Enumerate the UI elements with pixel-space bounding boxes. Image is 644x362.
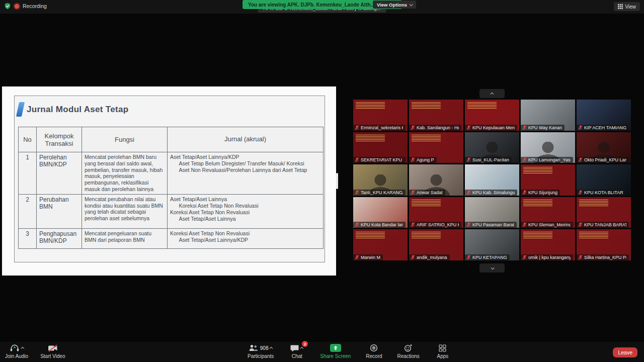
- chat-button[interactable]: 2 Chat: [286, 343, 308, 359]
- participant-tile[interactable]: ARIF SATRIO_KPU KA...: [409, 197, 463, 228]
- cell-no: 1: [19, 152, 37, 195]
- participant-name-tag: Okto Priadi_KPU Lam...: [577, 157, 629, 163]
- share-screen-label: Share Screen: [320, 353, 351, 359]
- participant-tile[interactable]: SEKRETARIAT KPU PA...: [353, 132, 408, 163]
- recording-label: Recording: [23, 3, 47, 9]
- participant-name-tag: omik | kpu karangany...: [521, 254, 573, 260]
- reactions-label: Reactions: [397, 353, 419, 359]
- participant-name: KPU KETAPANG: [472, 255, 507, 260]
- gallery-scroll-up-button[interactable]: [479, 89, 505, 98]
- record-icon: [370, 344, 378, 352]
- cell-fungsi: Mencatat perolehan BMN baru yang berasal…: [82, 152, 168, 195]
- participant-name: SEKRETARIAT KPU PA...: [361, 157, 403, 162]
- participant-name-tag: Agung P: [409, 157, 437, 163]
- muted-mic-icon: [522, 190, 527, 195]
- participant-tile[interactable]: KPU Kab. Simalungun...: [465, 164, 519, 196]
- record-button[interactable]: Record: [363, 343, 385, 359]
- slide-title-accent-shape: [16, 102, 25, 117]
- cell-jurnal: Koreksi Aset Tetap Non Revaluasi Aset Te…: [168, 228, 324, 248]
- muted-mic-icon: [466, 125, 471, 130]
- grid-view-icon: [618, 4, 623, 9]
- header-no: No: [19, 127, 37, 152]
- participant-name-tag: Silka Hartina_KPU Pro...: [577, 254, 629, 260]
- cell-kelompok: Perolehan BMN/KDP: [37, 152, 82, 195]
- cell-fungsi: Mencatat pengeluaran suatu BMN dari pela…: [82, 228, 168, 248]
- apps-button[interactable]: Apps: [432, 343, 454, 359]
- start-video-button[interactable]: Start Video: [40, 343, 65, 359]
- participant-name: Anwar Sadat: [417, 190, 443, 195]
- participant-tile[interactable]: KPU KETAPANG: [465, 229, 519, 260]
- participant-name: KPU KOTA BLITAR: [584, 190, 623, 195]
- muted-mic-icon: [522, 255, 527, 260]
- reactions-smiley-icon: [404, 344, 413, 352]
- participant-tile[interactable]: Kab. Sarolangun - He...: [409, 100, 463, 131]
- share-screen-icon: [330, 344, 341, 352]
- chat-caret[interactable]: [300, 346, 304, 350]
- jurnal-table: No Kelompok Transaksi Fungsi Jurnal (akr…: [18, 127, 324, 249]
- share-screen-button[interactable]: Share Screen: [320, 343, 351, 359]
- participant-tile[interactable]: Anwar Sadat: [409, 164, 463, 196]
- participant-name-tag: KPU Kepulauan Ment...: [465, 125, 517, 131]
- chevron-down-icon: [491, 266, 494, 269]
- participant-tile[interactable]: KPU Lamongan_Yasser: [521, 132, 575, 163]
- muted-mic-icon: [578, 255, 583, 260]
- participant-tile[interactable]: Susi_KUL-Pacitan: [465, 132, 519, 163]
- participant-tile[interactable]: KPU Sijunjung: [521, 164, 575, 196]
- participant-name: KPU Way Kanan: [528, 125, 562, 130]
- participant-tile[interactable]: KPU KOTA BLITAR: [577, 164, 631, 196]
- participants-button[interactable]: 908 Participants: [248, 343, 274, 359]
- screen-scrollbar-handle[interactable]: [336, 173, 338, 189]
- view-options-button[interactable]: View Options: [373, 1, 416, 9]
- participant-tile[interactable]: KIP ACEH TAMIANG: [577, 100, 631, 131]
- muted-mic-icon: [522, 222, 527, 227]
- participant-tile[interactable]: Erminzal_sekretaris K...: [353, 100, 408, 131]
- audio-options-caret[interactable]: [21, 346, 24, 350]
- participant-tile[interactable]: andik_mulyana: [409, 229, 463, 260]
- reactions-button[interactable]: Reactions: [397, 343, 419, 359]
- muted-mic-icon: [466, 255, 471, 260]
- participant-tile[interactable]: KPU Kepulauan Ment...: [465, 100, 519, 131]
- participant-name-tag: KPU Way Kanan: [521, 125, 565, 131]
- participant-tile[interactable]: Okto Priadi_KPU Lam...: [577, 132, 631, 163]
- zoom-meeting-window: Recording APK. DJPb. Kemenkeu_Laode Atth…: [0, 0, 644, 362]
- meeting-toolbar: Join Audio Start Video: [0, 342, 644, 362]
- participant-tile[interactable]: KPU Sleman_Meirind ...: [521, 197, 575, 228]
- participants-caret[interactable]: [270, 346, 273, 350]
- leave-button[interactable]: Leave: [613, 347, 637, 357]
- chat-bubble-icon: [290, 344, 299, 352]
- cell-jurnal: Aset Tetap/Aset Lainnya/KDP Aset Tetap B…: [168, 152, 324, 195]
- participant-tile[interactable]: KPU Pasaman Barat: [465, 197, 519, 228]
- view-button-label: View: [625, 4, 636, 10]
- participant-name: Agung P: [417, 157, 434, 162]
- participant-name: KPU Sleman_Meirind ...: [528, 222, 571, 227]
- participant-name: KIP ACEH TAMIANG: [584, 125, 626, 130]
- view-button[interactable]: View: [614, 2, 640, 11]
- participant-tile[interactable]: KPU Way Kanan: [521, 100, 575, 131]
- muted-mic-icon: [411, 190, 415, 195]
- participant-name-tag: KPU Sijunjung: [521, 190, 560, 196]
- join-audio-button[interactable]: Join Audio: [5, 343, 28, 359]
- participant-tile[interactable]: Agung P: [409, 132, 463, 163]
- participant-tile[interactable]: Marwin M: [353, 229, 408, 260]
- participant-name: KPU Sijunjung: [528, 190, 557, 195]
- participant-name: Tanti_KPU KARANGA...: [361, 190, 403, 195]
- participant-tile[interactable]: Silka Hartina_KPU Pro...: [577, 229, 631, 260]
- apps-label: Apps: [437, 353, 448, 359]
- participant-tile[interactable]: Tanti_KPU KARANGA...: [353, 164, 408, 196]
- participant-name-tag: KPU Kota Bandar lam...: [353, 222, 406, 228]
- muted-mic-icon: [466, 222, 471, 227]
- participant-tile[interactable]: omik | kpu karangany...: [521, 229, 575, 260]
- gallery-scroll-down-button[interactable]: [479, 263, 505, 273]
- muted-mic-icon: [578, 190, 583, 195]
- participant-name-tag: KPU Pasaman Barat: [465, 222, 517, 228]
- record-label: Record: [366, 353, 382, 359]
- cell-kelompok: Penghapusan BMN/KDP: [37, 228, 82, 248]
- participants-icon: [249, 344, 258, 351]
- participant-tile[interactable]: KPU TANJAB BARAT_...: [577, 197, 631, 228]
- participant-name: Susi_KUL-Pacitan: [472, 157, 509, 162]
- participant-name-tag: Tanti_KPU KARANGA...: [353, 190, 406, 196]
- encryption-shield-icon: [4, 3, 11, 10]
- participant-name: omik | kpu karangany...: [528, 255, 571, 260]
- participant-tile[interactable]: KPU Kota Bandar lam...: [353, 197, 408, 228]
- muted-mic-icon: [411, 125, 415, 130]
